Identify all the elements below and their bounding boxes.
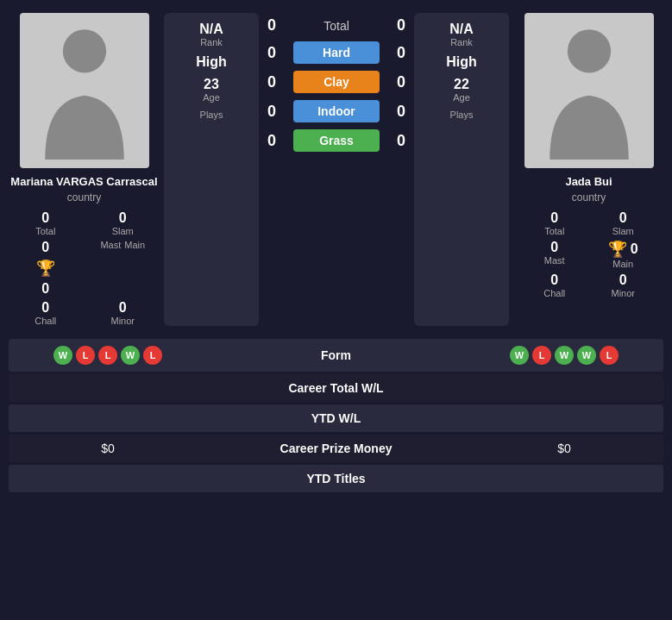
ytd-titles-label: YTD Titles bbox=[194, 472, 478, 485]
surface-row-indoor: 0 Indoor 0 bbox=[263, 97, 410, 126]
trophy-icon-left: 🏆 bbox=[36, 259, 55, 278]
form-badges-right: W L W W L bbox=[478, 346, 650, 365]
left-high: High bbox=[173, 54, 250, 70]
badge-l4: L bbox=[532, 346, 551, 365]
comparison-section: W L L W L Form W L W W L Ca bbox=[0, 335, 672, 499]
right-player-country: country bbox=[572, 191, 606, 204]
svg-point-0 bbox=[62, 29, 105, 72]
left-stat-slam: 0 Slam bbox=[86, 210, 160, 236]
right-player-avatar bbox=[524, 13, 654, 168]
right-rank: N/A Rank bbox=[423, 22, 500, 47]
right-stat-mast: 0 Mast bbox=[522, 240, 587, 269]
left-stat-mast-label: Mast bbox=[100, 240, 121, 250]
surface-row-grass: 0 Grass 0 bbox=[263, 126, 410, 155]
indoor-right-score: 0 bbox=[393, 103, 410, 121]
form-right: W L W W L bbox=[478, 346, 650, 365]
total-row: 0 Total 0 bbox=[263, 13, 410, 38]
left-stat-total: 0 Total bbox=[9, 210, 83, 236]
right-age: 22 Age bbox=[423, 77, 500, 103]
left-player-card: Mariana VARGAS Carrascal country 0 Total… bbox=[9, 13, 160, 326]
trophy-icon-right: 🏆 bbox=[608, 240, 627, 259]
right-stat-slam: 0 Slam bbox=[591, 210, 656, 236]
ytd-wl-label: YTD W/L bbox=[194, 411, 478, 425]
right-plays: Plays bbox=[423, 110, 500, 120]
right-stat-chall: 0 Chall bbox=[522, 272, 587, 298]
clay-button[interactable]: Clay bbox=[293, 71, 380, 93]
right-detail-panel: N/A Rank High 22 Age Plays bbox=[414, 13, 509, 326]
clay-right-score: 0 bbox=[393, 73, 410, 91]
grass-button[interactable]: Grass bbox=[293, 129, 380, 152]
right-player-name: Jada Bui bbox=[565, 175, 612, 188]
badge-l1: L bbox=[76, 346, 95, 365]
prize-left: $0 bbox=[22, 442, 194, 455]
badge-w5: W bbox=[577, 346, 596, 365]
badge-l3: L bbox=[143, 346, 162, 365]
badge-l2: L bbox=[98, 346, 117, 365]
players-section: Mariana VARGAS Carrascal country 0 Total… bbox=[0, 0, 672, 335]
hard-left-score: 0 bbox=[263, 44, 280, 62]
center-section: 0 Total 0 0 Hard 0 0 Clay 0 0 Indoor 0 0 bbox=[263, 13, 410, 326]
prize-right: $0 bbox=[478, 442, 650, 455]
prize-label: Career Prize Money bbox=[194, 442, 478, 455]
grass-left-score: 0 bbox=[263, 132, 280, 150]
indoor-button[interactable]: Indoor bbox=[293, 100, 380, 122]
surface-row-clay: 0 Clay 0 bbox=[263, 67, 410, 97]
left-age: 23 Age bbox=[173, 77, 250, 103]
badge-w3: W bbox=[510, 346, 529, 365]
badge-l5: L bbox=[600, 346, 619, 365]
left-player-avatar bbox=[20, 13, 149, 168]
badge-w4: W bbox=[555, 346, 574, 365]
clay-left-score: 0 bbox=[263, 73, 280, 91]
hard-right-score: 0 bbox=[393, 44, 410, 62]
left-stat-minor: 0 Minor bbox=[86, 300, 160, 326]
total-right-score: 0 bbox=[393, 16, 410, 34]
career-total-row: Career Total W/L bbox=[9, 374, 663, 402]
ytd-wl-row: YTD W/L bbox=[9, 404, 663, 432]
left-avatar-silhouette bbox=[20, 13, 149, 168]
right-stat-minor: 0 Minor bbox=[591, 272, 656, 298]
hard-button[interactable]: Hard bbox=[293, 41, 380, 64]
right-stat-total: 0 Total bbox=[522, 210, 587, 236]
prize-money-row: $0 Career Prize Money $0 bbox=[9, 435, 663, 462]
form-label: Form bbox=[194, 348, 478, 362]
left-stat-main-label: Main bbox=[124, 240, 145, 250]
right-stat-main-with-trophy: 🏆 0 Main bbox=[591, 240, 656, 269]
main-container: Mariana VARGAS Carrascal country 0 Total… bbox=[0, 0, 672, 499]
left-stat-mast: 0 🏆 0 bbox=[9, 240, 83, 297]
ytd-titles-row: YTD Titles bbox=[9, 465, 663, 492]
left-rank: N/A Rank bbox=[173, 22, 250, 47]
form-badges-left: W L L W L bbox=[22, 346, 194, 365]
surface-row-hard: 0 Hard 0 bbox=[263, 38, 410, 67]
right-avatar-silhouette bbox=[524, 13, 654, 168]
right-player-card: Jada Bui country 0 Total 0 Slam 0 Mast bbox=[513, 13, 664, 326]
left-player-country: country bbox=[67, 191, 101, 204]
left-player-name: Mariana VARGAS Carrascal bbox=[10, 175, 157, 188]
form-row: W L L W L Form W L W W L bbox=[9, 339, 663, 372]
left-plays: Plays bbox=[173, 110, 250, 120]
right-player-stats: 0 Total 0 Slam 0 Mast 🏆 0 Main bbox=[522, 210, 656, 298]
left-detail-panel: N/A Rank High 23 Age Plays bbox=[164, 13, 259, 326]
left-player-stats: 0 Total 0 Slam 0 🏆 0 Mast bbox=[9, 210, 160, 326]
left-stat-chall: 0 Chall bbox=[9, 300, 83, 326]
career-label: Career Total W/L bbox=[194, 381, 478, 395]
svg-point-1 bbox=[567, 29, 610, 72]
badge-w2: W bbox=[121, 346, 140, 365]
badge-w1: W bbox=[53, 346, 72, 365]
form-left: W L L W L bbox=[22, 346, 194, 365]
grass-right-score: 0 bbox=[393, 132, 410, 150]
total-label: Total bbox=[293, 19, 380, 33]
right-high: High bbox=[423, 54, 500, 70]
indoor-left-score: 0 bbox=[263, 103, 280, 121]
total-left-score: 0 bbox=[263, 16, 280, 34]
